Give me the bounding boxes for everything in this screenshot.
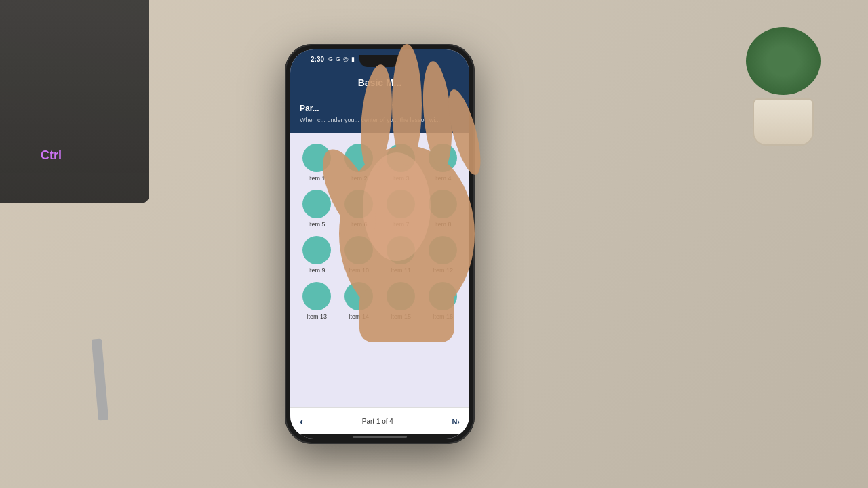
app-header: Basic M...: [290, 68, 469, 97]
item-circle-14: [344, 282, 373, 310]
grid-item-4[interactable]: Item 4: [429, 144, 457, 182]
item-circle-4: [429, 144, 457, 172]
grid-item-8[interactable]: Item 8: [429, 190, 457, 228]
instruction-title: Par...: [300, 104, 460, 113]
grid-item-1[interactable]: Item 1: [302, 144, 331, 182]
item-label-14: Item 14: [349, 313, 369, 320]
grid-area: Item 1Item 2Item 3Item 4Item 5Item 6Item…: [290, 133, 469, 407]
plant-leaves: [746, 27, 821, 95]
item-circle-9: [302, 236, 331, 264]
google-icon-1: G: [328, 56, 333, 62]
grid-item-7[interactable]: Item 7: [387, 190, 415, 228]
item-label-3: Item 3: [392, 175, 409, 182]
item-label-15: Item 15: [391, 313, 411, 320]
items-grid: Item 1Item 2Item 3Item 4Item 5Item 6Item…: [298, 144, 461, 320]
item-label-12: Item 12: [433, 267, 453, 274]
item-label-11: Item 11: [391, 267, 411, 274]
item-label-2: Item 2: [350, 175, 367, 182]
phone-device: 2:30 G G ◎ ▮ Basic M... Par... When c...…: [285, 44, 475, 444]
item-label-9: Item 9: [308, 267, 325, 274]
grid-item-14[interactable]: Item 14: [344, 282, 373, 320]
next-button[interactable]: N›: [452, 418, 460, 426]
signal-icon: ◎: [343, 56, 349, 62]
grid-item-5[interactable]: Item 5: [302, 190, 331, 228]
item-label-13: Item 13: [307, 313, 327, 320]
item-circle-2: [344, 144, 373, 172]
navigation-bar: ‹ Part 1 of 4 N›: [290, 407, 469, 434]
status-bar: 2:30 G G ◎ ▮: [290, 49, 469, 68]
item-label-5: Item 5: [308, 221, 325, 228]
battery-icon: ▮: [351, 56, 355, 62]
item-circle-8: [429, 190, 457, 218]
grid-item-13[interactable]: Item 13: [302, 282, 331, 320]
item-circle-5: [302, 190, 331, 218]
instruction-text: When c... under you... center of yo... t…: [300, 116, 460, 125]
phone-wrapper: 2:30 G G ◎ ▮ Basic M... Par... When c...…: [285, 44, 475, 444]
item-circle-1: [302, 144, 331, 172]
item-circle-3: [387, 144, 415, 172]
item-label-4: Item 4: [434, 175, 451, 182]
grid-item-2[interactable]: Item 2: [344, 144, 373, 182]
item-label-6: Item 6: [350, 221, 367, 228]
item-label-7: Item 7: [392, 221, 409, 228]
home-bar: [353, 436, 407, 438]
item-circle-16: [429, 282, 457, 310]
back-button[interactable]: ‹: [300, 415, 303, 428]
phone-screen: 2:30 G G ◎ ▮ Basic M... Par... When c...…: [290, 49, 469, 439]
status-icons: G G ◎ ▮: [328, 56, 355, 62]
app-title: Basic M...: [358, 77, 402, 88]
home-indicator: [290, 434, 469, 439]
pot-body: [753, 98, 814, 146]
grid-item-12[interactable]: Item 12: [429, 236, 457, 274]
item-circle-13: [302, 282, 331, 310]
item-circle-7: [387, 190, 415, 218]
item-label-1: Item 1: [308, 175, 325, 182]
page-info: Part 1 of 4: [362, 418, 393, 425]
item-circle-11: [387, 236, 415, 264]
plant-decoration: [739, 27, 827, 136]
item-label-10: Item 10: [349, 267, 369, 274]
item-circle-15: [387, 282, 415, 310]
grid-item-9[interactable]: Item 9: [302, 236, 331, 274]
item-circle-6: [344, 190, 373, 218]
notch: [359, 55, 400, 67]
grid-item-3[interactable]: Item 3: [387, 144, 415, 182]
item-label-8: Item 8: [434, 221, 451, 228]
status-time: 2:30: [311, 56, 324, 63]
google-icon-2: G: [336, 56, 340, 62]
grid-item-16[interactable]: Item 16: [429, 282, 457, 320]
grid-item-11[interactable]: Item 11: [387, 236, 415, 274]
instruction-panel: Par... When c... under you... center of …: [290, 97, 469, 133]
item-circle-10: [344, 236, 373, 264]
grid-item-15[interactable]: Item 15: [387, 282, 415, 320]
item-label-16: Item 16: [433, 313, 453, 320]
keyboard-decoration: [0, 0, 149, 203]
grid-item-6[interactable]: Item 6: [344, 190, 373, 228]
grid-item-10[interactable]: Item 10: [344, 236, 373, 274]
item-circle-12: [429, 236, 457, 264]
